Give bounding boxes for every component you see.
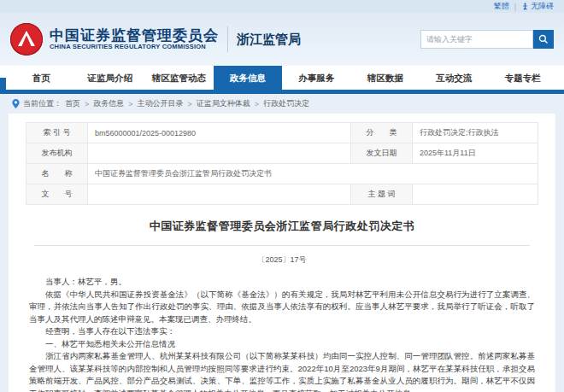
breadcrumb-home[interactable]: 首页 <box>65 98 80 109</box>
breadcrumb-prefix: 当前位置： <box>23 98 62 109</box>
table-row: 发布机构 发文日期 2025年11月11日 <box>26 143 538 164</box>
paragraph-section-1-heading: 一、林艺平知悉相关未公开信息情况 <box>29 338 535 351</box>
accessibility-icon <box>521 3 529 10</box>
header-divider <box>227 26 228 52</box>
search-icon <box>538 34 549 44</box>
breadcrumb: 当前位置： 首页> 政务信息> 主动公开目录> 证监局文种体裁> 行政处罚决定 <box>0 94 564 114</box>
table-row: 文 号 主 题 词 <box>26 184 538 205</box>
traditional-chinese-link[interactable]: 繁體 <box>494 1 509 12</box>
bureau-name: 浙江监管局 <box>237 32 301 48</box>
doc-number-label: 文 号 <box>26 184 88 205</box>
table-row: 索 引 号 bm56000001/2025-00012980 分 类 行政处罚决… <box>26 123 538 143</box>
main-nav: 首页 证监局介绍 辖区监管动态 政务信息 办事服务 辖区数据 互动交流 专题专栏 <box>0 66 564 94</box>
index-number-label: 索 引 号 <box>26 123 88 143</box>
breadcrumb-penalty-decision[interactable]: 行政处罚决定 <box>263 98 309 109</box>
breadcrumb-public-catalog[interactable]: 主动公开目录 <box>138 98 184 109</box>
paragraph-section-1-body: 浙江省内两家私募基金管理人、杭州某某科技有限公司（以下简称某某科技）均由同一实控… <box>29 350 535 392</box>
csrc-logo-icon <box>10 23 43 56</box>
search-box <box>420 30 554 49</box>
nav-item-services[interactable]: 办事服务 <box>282 66 351 90</box>
document-number: 〔2025〕17号 <box>29 255 535 266</box>
document-meta-table: 索 引 号 bm56000001/2025-00012980 分 类 行政处罚决… <box>26 122 538 205</box>
divider: | <box>514 3 516 11</box>
issue-date-value: 2025年11月11日 <box>413 143 538 164</box>
nav-item-government-info[interactable]: 政务信息 <box>214 66 283 90</box>
paragraph-basis: 依据《中华人民共和国证券投资基金法》（以下简称《基金法》）的有关规定，我局对林艺… <box>29 289 535 326</box>
name-value: 中国证券监督管理委员会浙江监管局行政处罚决定书 <box>88 164 538 184</box>
category-label: 分 类 <box>351 123 413 143</box>
org-name-en: CHINA SECURITIES REGULATORY COMMISSION <box>50 44 219 50</box>
search-button[interactable] <box>533 30 554 49</box>
org-name-cn: 中国证券监督管理委员会 <box>50 28 219 44</box>
nav-item-interaction[interactable]: 互动交流 <box>420 66 489 90</box>
nav-item-bureau-intro[interactable]: 证监局介绍 <box>76 66 145 90</box>
paragraph-party: 当事人：林艺平，男。 <box>29 276 535 289</box>
index-number-value: bm56000001/2025-00012980 <box>88 123 351 143</box>
name-label: 名 称 <box>26 164 88 184</box>
nav-item-special-topics[interactable]: 专题专栏 <box>489 66 558 90</box>
paragraph-findings-intro: 经查明，当事人存在以下违法事实： <box>29 325 535 338</box>
breadcrumb-government-info[interactable]: 政务信息 <box>93 98 124 109</box>
doc-number-value <box>88 184 351 205</box>
category-value: 行政处罚决定;行政执法 <box>413 123 538 143</box>
nav-item-regional-supervision[interactable]: 辖区监管动态 <box>144 66 214 90</box>
nav-item-home[interactable]: 首页 <box>7 66 76 90</box>
document-title: 中国证券监督管理委员会浙江监管局行政处罚决定书 <box>29 219 535 234</box>
keyword-value <box>413 184 538 205</box>
publisher-value <box>88 143 351 164</box>
org-title: 中国证券监督管理委员会 CHINA SECURITIES REGULATORY … <box>50 28 219 50</box>
publisher-label: 发布机构 <box>26 143 88 164</box>
content-panel: 索 引 号 bm56000001/2025-00012980 分 类 行政处罚决… <box>9 114 555 392</box>
breadcrumb-document-type[interactable]: 证监局文种体裁 <box>197 98 250 109</box>
document-body: 中国证券监督管理委员会浙江监管局行政处罚决定书 〔2025〕17号 当事人：林艺… <box>26 219 538 392</box>
search-input[interactable] <box>420 30 533 49</box>
site-header: 中国证券监督管理委员会 CHINA SECURITIES REGULATORY … <box>0 13 564 66</box>
utility-bar: 繁體 | 无障碍 <box>0 0 564 13</box>
nav-item-regional-data[interactable]: 辖区数据 <box>351 66 420 90</box>
keyword-label: 主 题 词 <box>351 184 413 205</box>
title-divider <box>34 245 530 246</box>
issue-date-label: 发文日期 <box>351 143 413 164</box>
table-row: 名 称 中国证券监督管理委员会浙江监管局行政处罚决定书 <box>26 164 538 184</box>
accessibility-link[interactable]: 无障碍 <box>521 1 554 12</box>
location-pin-icon <box>12 99 20 108</box>
